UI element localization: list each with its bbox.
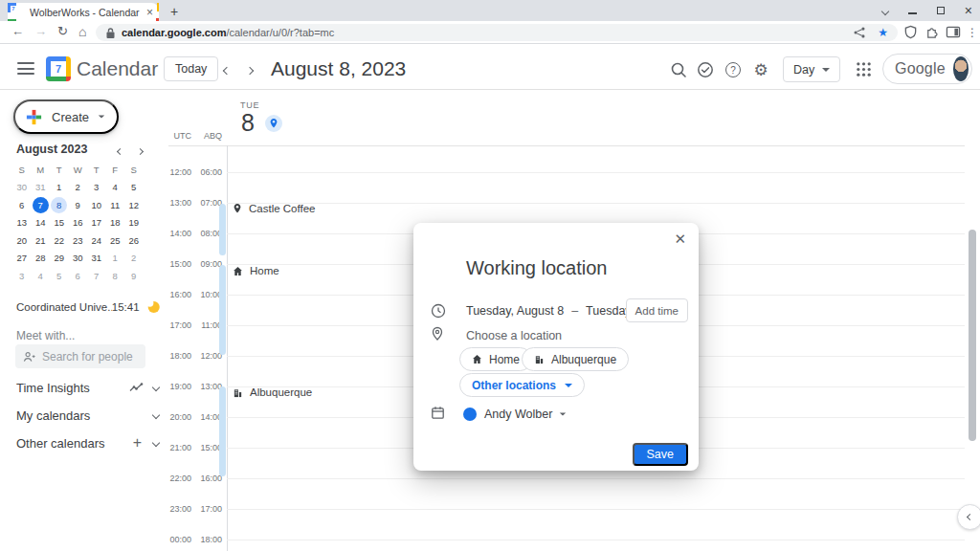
add-time-button[interactable]: Add time — [626, 298, 688, 322]
mini-calendar-day[interactable]: 28 — [32, 250, 51, 268]
day-number[interactable]: 8 — [241, 109, 255, 137]
mini-calendar-day[interactable]: 19 — [124, 214, 144, 232]
tasks-check-circle-icon[interactable] — [696, 60, 715, 79]
mini-calendar-day[interactable]: 5 — [50, 267, 69, 285]
chevron-down-icon[interactable] — [153, 385, 159, 390]
event-castle-coffee[interactable]: Castle Coffee — [233, 203, 315, 214]
other-calendars-section[interactable]: Other calendars + — [0, 431, 168, 454]
window-restore-icon[interactable] — [937, 6, 945, 16]
mini-calendar-day[interactable]: 21 — [32, 231, 51, 250]
search-icon[interactable] — [669, 60, 688, 79]
extensions-puzzle-icon[interactable] — [924, 25, 939, 43]
new-tab-button[interactable]: + — [170, 4, 178, 19]
mini-calendar-day[interactable]: 26 — [124, 231, 144, 250]
timezone-secondary-label[interactable]: ABQ — [199, 131, 222, 141]
mini-calendar-day[interactable]: 6 — [12, 196, 32, 214]
mini-calendar-day[interactable]: 11 — [106, 196, 125, 214]
event-strip-castle-coffee[interactable] — [219, 204, 226, 255]
mini-calendar-day[interactable]: 31 — [32, 179, 51, 197]
mini-calendar-day[interactable]: 22 — [50, 231, 69, 250]
shield-icon[interactable] — [903, 25, 918, 43]
mini-calendar-day[interactable]: 18 — [106, 214, 125, 232]
today-button[interactable]: Today — [164, 56, 218, 81]
settings-gear-icon[interactable]: ⚙ — [751, 60, 770, 79]
mini-calendar-day[interactable]: 30 — [12, 179, 32, 197]
view-selector-dropdown[interactable]: Day — [783, 56, 840, 82]
mini-calendar-next-icon[interactable] — [133, 144, 146, 158]
mini-calendar-day[interactable]: 4 — [106, 179, 125, 197]
chevron-down-icon[interactable] — [153, 412, 159, 418]
mini-calendar-day[interactable]: 29 — [50, 250, 69, 268]
chevron-down-icon[interactable] — [153, 440, 159, 446]
other-locations-dropdown[interactable]: Other locations — [459, 373, 585, 397]
main-menu-icon[interactable] — [17, 62, 34, 75]
search-people-box[interactable] — [15, 344, 145, 368]
mini-calendar-day[interactable]: 31 — [87, 250, 106, 268]
mini-calendar-day[interactable]: 10 — [87, 196, 106, 214]
world-clock-row[interactable]: Coordinated Unive... 15:41 — [16, 300, 160, 314]
prev-day-icon[interactable] — [219, 63, 234, 78]
share-icon[interactable] — [853, 26, 866, 39]
mini-calendar-day[interactable]: 13 — [12, 214, 32, 232]
back-icon[interactable]: ← — [11, 24, 24, 38]
show-side-panel-button[interactable] — [957, 504, 980, 530]
mini-calendar-day[interactable]: 20 — [12, 231, 32, 250]
mini-calendar-day[interactable]: 9 — [124, 267, 144, 285]
home-icon[interactable]: ⌂ — [78, 24, 86, 39]
mini-calendar-day[interactable]: 1 — [50, 179, 69, 197]
mini-calendar-day[interactable]: 8 — [50, 196, 69, 214]
event-home[interactable]: Home — [233, 265, 279, 276]
event-strip-albuquerque[interactable] — [219, 386, 226, 476]
mini-calendar-day[interactable]: 6 — [69, 267, 88, 285]
mini-calendar-day[interactable]: 4 — [32, 267, 51, 285]
working-location-badge[interactable] — [265, 115, 282, 132]
google-account-pill[interactable]: Google — [882, 54, 972, 84]
next-day-icon[interactable] — [242, 63, 257, 78]
mini-calendar-day[interactable]: 16 — [69, 214, 88, 232]
mini-calendar-day[interactable]: 25 — [106, 231, 125, 250]
browser-tab[interactable]: 7 WolberWorks - Calendar - Monda × — [8, 3, 159, 21]
mini-calendar-day[interactable]: 3 — [12, 267, 32, 285]
apps-grid-icon[interactable] — [854, 59, 873, 78]
mini-calendar-prev-icon[interactable] — [113, 144, 126, 158]
mini-calendar-day[interactable]: 14 — [32, 214, 51, 232]
close-icon[interactable]: ✕ — [674, 231, 686, 248]
reload-icon[interactable]: ↻ — [57, 24, 68, 38]
mini-calendar-day[interactable]: 2 — [124, 250, 144, 268]
forward-icon[interactable]: → — [34, 24, 47, 38]
side-panel-icon[interactable] — [946, 25, 961, 43]
timezone-primary-label[interactable]: UTC — [168, 131, 191, 141]
event-albuquerque[interactable]: Albuquerque — [233, 386, 312, 398]
mini-calendar-day[interactable]: 17 — [87, 214, 106, 232]
mini-calendar-day[interactable]: 12 — [124, 196, 144, 214]
mini-calendar-day[interactable]: 15 — [50, 214, 69, 232]
address-bar[interactable]: calendar.google.com/calendar/u/0/r?tab=m… — [96, 24, 898, 41]
tab-close-icon[interactable]: × — [146, 7, 153, 18]
mini-calendar-day[interactable]: 30 — [69, 250, 88, 268]
start-date[interactable]: Tuesday, August 8 — [466, 304, 564, 318]
owner-selector[interactable]: Andy Wolber — [484, 408, 567, 421]
mini-calendar-day[interactable]: 7 — [87, 267, 106, 285]
mini-calendar-day[interactable]: 5 — [124, 179, 144, 197]
mini-calendar-day[interactable]: 2 — [69, 179, 88, 197]
avatar[interactable] — [953, 56, 969, 81]
mini-calendar-day[interactable]: 7 — [32, 196, 51, 214]
mini-calendar-day[interactable]: 8 — [106, 267, 125, 285]
save-button[interactable]: Save — [633, 443, 689, 466]
mini-calendar-day[interactable]: 24 — [87, 231, 106, 250]
search-people-input[interactable] — [42, 350, 138, 364]
mini-calendar-day[interactable]: 9 — [69, 196, 88, 214]
window-minimize-icon[interactable] — [908, 6, 917, 16]
window-close-icon[interactable]: × — [965, 4, 972, 17]
my-calendars-section[interactable]: My calendars — [0, 404, 168, 427]
event-strip-home[interactable] — [219, 265, 226, 355]
help-icon[interactable]: ? — [724, 60, 743, 79]
vertical-scrollbar[interactable] — [969, 230, 976, 441]
create-button[interactable]: Create — [13, 99, 119, 134]
browser-menu-icon[interactable]: ⋮ — [967, 26, 978, 39]
albuquerque-location-chip[interactable]: Albuquerque — [522, 347, 629, 371]
mini-calendar-day[interactable]: 27 — [12, 250, 32, 268]
mini-calendar-day[interactable]: 1 — [106, 250, 125, 268]
calendar-logo-icon[interactable]: 7 — [46, 56, 71, 81]
add-calendar-icon[interactable]: + — [133, 434, 142, 452]
